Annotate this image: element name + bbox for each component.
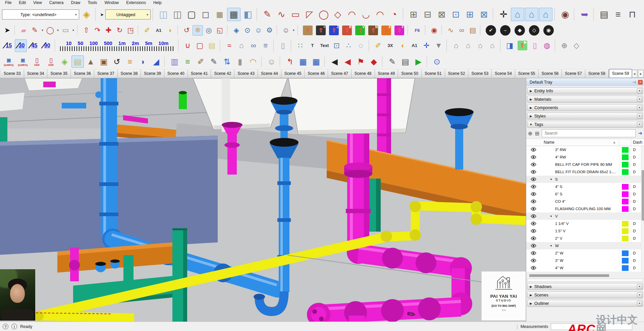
scene-tab[interactable]: Scene 46 — [305, 69, 328, 78]
menu-item[interactable]: Tools — [84, 0, 101, 5]
toolbar-item[interactable] — [227, 26, 229, 35]
tag-dashes-value[interactable]: D — [631, 198, 641, 205]
tag-color-swatch[interactable] — [622, 154, 629, 160]
toolbar-item[interactable] — [446, 40, 448, 51]
tags-horizontal-scrollbar[interactable] — [526, 274, 644, 277]
visibility-eye-icon[interactable] — [526, 229, 540, 233]
visibility-eye-icon[interactable] — [526, 214, 540, 218]
add-tag-icon[interactable]: ⊕ — [528, 130, 532, 137]
tag-row[interactable]: 2" W D — [526, 249, 641, 257]
tag-row[interactable]: FLASHING COUPLING 100 MM D — [526, 205, 641, 212]
rotate-icon[interactable]: ↻ — [114, 25, 125, 36]
tag-outline-icon[interactable]: ◇ — [529, 25, 539, 36]
measurements-input[interactable] — [551, 323, 632, 330]
tag-row[interactable]: 4" RW D — [526, 153, 641, 161]
visibility-eye-icon[interactable] — [526, 207, 540, 211]
visibility-eye-icon[interactable] — [526, 170, 540, 174]
shaded-icon[interactable]: ◼ — [213, 8, 226, 21]
scrollbar-thumb[interactable] — [529, 274, 609, 277]
fredo6-icon[interactable]: F6 — [412, 25, 423, 35]
pink-clip-icon[interactable]: ▯ — [529, 40, 541, 51]
type-filter-dropdown[interactable]: Type: <undefined> — [2, 9, 79, 19]
visibility-eye-icon[interactable] — [526, 185, 540, 189]
toolbar-item[interactable] — [500, 40, 502, 51]
quikboq-icon-1[interactable]: ◙QuikBOQ — [2, 57, 15, 66]
visibility-eye-icon[interactable] — [526, 266, 540, 270]
tag-row[interactable]: S — [526, 176, 641, 183]
zoom-icon[interactable]: ◎ — [204, 25, 214, 36]
tray-panel-header[interactable]: ▶ Scenes — [527, 291, 643, 298]
tabs-scroll-left-icon[interactable]: ◂ — [632, 70, 637, 78]
three-point-arc-icon[interactable]: ◠ — [373, 8, 387, 21]
tape-measure2-icon[interactable]: ✐ — [373, 40, 384, 51]
menu-item[interactable]: Camera — [46, 0, 67, 5]
toolbar-item[interactable] — [273, 40, 275, 51]
vertex-tool-icon[interactable]: ◉ — [429, 25, 439, 36]
scene-tab[interactable]: Scene 54 — [492, 69, 515, 78]
bim-tool-icon-1[interactable]: ▦ — [297, 55, 309, 68]
menu-item[interactable]: View — [30, 0, 46, 5]
tag-color-swatch[interactable] — [622, 199, 629, 204]
toolbar-item[interactable] — [291, 40, 293, 51]
close-icon[interactable] — [637, 122, 642, 127]
tag-dashes-value[interactable]: D — [631, 190, 641, 198]
pushpull-equals-icon[interactable]: = — [316, 26, 326, 35]
xray-mode-icon[interactable]: ◫ — [157, 8, 170, 21]
angle-90-preset[interactable]: 90 — [40, 39, 52, 52]
add-location-globe-icon[interactable]: ◉ — [558, 8, 572, 21]
poly-net-icon[interactable]: ◇ — [571, 40, 582, 51]
tag-color-swatch[interactable] — [622, 177, 629, 182]
tag-row[interactable]: 6" S D — [526, 190, 641, 198]
brick-material-icon[interactable]: ▤ — [597, 8, 611, 21]
scene-tab[interactable]: Scene 55 — [515, 69, 539, 78]
c-channel-icon[interactable]: ◠ — [247, 55, 259, 68]
group-collapse-icon[interactable] — [550, 178, 554, 181]
plumb-icon[interactable]: ▼ — [433, 40, 444, 51]
polygon-icon[interactable]: ◇ — [331, 8, 344, 21]
pushpull-f-icon[interactable]: F — [394, 26, 404, 35]
layer-sandwich-icon[interactable]: ≡ — [260, 40, 271, 51]
cursor-icon[interactable]: ➤ — [99, 12, 105, 17]
tag-color-cell[interactable] — [619, 212, 631, 220]
scene-tab[interactable]: Scene 35 — [47, 69, 71, 78]
tag-color-cell[interactable] — [619, 235, 631, 242]
material-box-icon[interactable]: ◨ — [504, 40, 516, 51]
toolbar-item[interactable] — [77, 26, 79, 35]
toolbar-item[interactable] — [480, 26, 482, 35]
undo-icon[interactable]: ↺ — [111, 55, 123, 68]
toolbar-item[interactable] — [14, 26, 16, 35]
tag-color-swatch[interactable] — [622, 169, 629, 175]
visibility-eye-icon[interactable] — [526, 236, 540, 240]
add-tag-folder-icon[interactable]: ⊞ — [535, 130, 539, 137]
scene-tab[interactable]: Scene 58 — [585, 69, 609, 78]
active-tag-dropdown[interactable]: Untagged — [105, 9, 151, 19]
red-pipe-icon[interactable]: ↰ — [284, 55, 296, 68]
tag-color-cell[interactable] — [619, 227, 631, 235]
axes-icon[interactable]: ✛ — [421, 40, 432, 51]
section-fill-icon[interactable]: ⌂ — [539, 8, 552, 21]
tag-color-swatch[interactable] — [622, 214, 629, 219]
select-tool-icon[interactable]: ➤ — [2, 25, 12, 36]
tray-panel-header[interactable]: ▶ Outliner — [527, 300, 643, 307]
pencil-dropdown-caret[interactable]: ▾ — [41, 29, 44, 32]
visibility-eye-icon[interactable] — [526, 258, 540, 263]
toolbar-item[interactable] — [298, 26, 300, 35]
dw-icon-1[interactable]: ▯D&W — [30, 57, 44, 66]
tag-color-swatch[interactable] — [622, 184, 629, 190]
pushpull-n-icon[interactable]: N — [368, 26, 378, 35]
mouse-icon[interactable]: ◗ — [137, 55, 149, 68]
close-icon[interactable] — [637, 97, 642, 102]
tag-color-swatch[interactable] — [622, 265, 629, 271]
tag-row[interactable]: 3" RW D — [526, 146, 641, 153]
subtract-icon[interactable]: ⊡ — [449, 8, 463, 21]
pan-icon[interactable]: ❋ — [193, 25, 203, 36]
updown-arrows-icon[interactable]: ⇅ — [221, 55, 233, 68]
tag-color-cell[interactable] — [619, 249, 631, 257]
export-panel-icon[interactable]: ▶ — [518, 41, 527, 50]
tool-operator-icon[interactable]: ☺ — [281, 25, 291, 36]
eraser-icon[interactable]: ▰ — [18, 25, 29, 36]
monochrome-icon[interactable]: ◧ — [241, 8, 255, 21]
section-plane-icon[interactable]: ⌂ — [511, 8, 524, 21]
hip-roof-icon[interactable]: ⌂ — [487, 40, 498, 51]
3d-text-icon[interactable]: T — [307, 41, 318, 51]
